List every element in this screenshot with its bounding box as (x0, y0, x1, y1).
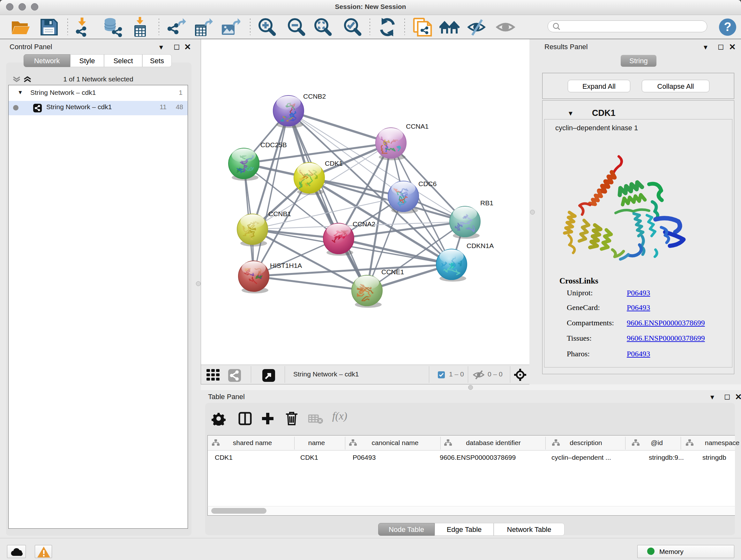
svg-text:CDC6: CDC6 (418, 180, 436, 187)
svg-text:CCNB1: CCNB1 (268, 210, 291, 217)
svg-text:CDK1: CDK1 (325, 160, 343, 167)
svg-text:RB1: RB1 (480, 199, 493, 206)
svg-text:CCNB2: CCNB2 (303, 92, 326, 100)
svg-text:CCNA1: CCNA1 (406, 123, 428, 130)
svg-text:?: ? (724, 20, 731, 34)
svg-text:CCNA2: CCNA2 (353, 220, 375, 228)
svg-text:HIST1H1A: HIST1H1A (270, 262, 302, 269)
svg-text:CCNE1: CCNE1 (381, 268, 404, 275)
svg-text:CDKN1A: CDKN1A (467, 242, 494, 249)
svg-text:CDC25B: CDC25B (260, 141, 287, 148)
